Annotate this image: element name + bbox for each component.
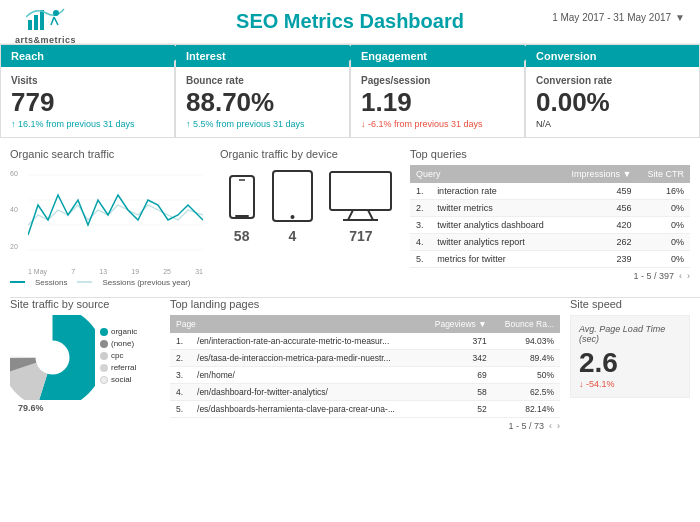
table-row: 4. /en/dashboard-for-twitter-analytics/ … xyxy=(170,383,560,400)
bounce-rate-value: 88.70% xyxy=(186,88,339,117)
organic-traffic-chart xyxy=(28,165,203,255)
row-num: 2. xyxy=(170,349,191,366)
prev-sessions-legend-line xyxy=(77,281,92,283)
ctr-val: 0% xyxy=(637,250,690,267)
desktop-icon xyxy=(328,170,393,225)
query-text: twitter metrics xyxy=(431,199,559,216)
legend-none: (none) xyxy=(100,339,137,348)
table-row: 2. twitter metrics 456 0% xyxy=(410,199,690,216)
conversion-rate-change: N/A xyxy=(536,119,689,129)
visits-value: 779 xyxy=(11,88,164,117)
interest-label: Interest xyxy=(186,50,226,62)
bounce-val: 94.03% xyxy=(493,333,560,350)
cpc-dot xyxy=(100,352,108,360)
ctr-val: 0% xyxy=(637,199,690,216)
organic-pct: 79.6% xyxy=(10,403,160,413)
metric-body-reach: Visits 779 ↑ 16.1% from previous 31 days xyxy=(1,67,174,137)
sessions-legend-label: Sessions xyxy=(35,278,67,287)
metric-header-reach: Reach xyxy=(1,45,174,67)
pages-session-change: ↓ -6.1% from previous 31 days xyxy=(361,119,514,129)
date-range-dropdown-icon[interactable]: ▼ xyxy=(675,12,685,23)
table-row: 5. metrics for twitter 239 0% xyxy=(410,250,690,267)
page-url: /es/tasa-de-interaccion-metrica-para-med… xyxy=(191,349,422,366)
dashboard-title: SEO Metrics Dashboard xyxy=(236,10,464,33)
site-speed-box: Avg. Page Load Time (sec) 2.6 ↓ -54.1% xyxy=(570,315,690,398)
visits-label: Visits xyxy=(11,75,164,86)
metric-card-engagement: Engagement Pages/session 1.19 ↓ -6.1% fr… xyxy=(350,44,525,138)
query-text: twitter analytics dashboard xyxy=(431,216,559,233)
row-num: 5. xyxy=(410,250,431,267)
query-text: twitter analytics report xyxy=(431,233,559,250)
site-speed-section: Site speed Avg. Page Load Time (sec) 2.6… xyxy=(570,298,690,431)
landing-pages-section: Top landing pages Page Pageviews ▼ Bounc… xyxy=(170,298,560,431)
y-axis-labels: 60 40 20 xyxy=(10,170,18,250)
queries-title: Top queries xyxy=(410,148,690,160)
queries-prev-arrow[interactable]: ‹ xyxy=(679,271,682,281)
row-num: 1. xyxy=(170,333,191,350)
legend-social: social xyxy=(100,375,137,384)
organic-traffic-title: Organic search traffic xyxy=(10,148,210,160)
mobile-icon xyxy=(227,175,257,225)
pageviews-col-header[interactable]: Pageviews ▼ xyxy=(422,315,492,333)
reach-arrow xyxy=(174,45,184,61)
tablet-icon xyxy=(270,170,315,225)
page-url: /en/interaction-rate-an-accurate-metric-… xyxy=(191,333,422,350)
date-range[interactable]: 1 May 2017 - 31 May 2017 ▼ xyxy=(552,12,685,23)
legend-cpc: cpc xyxy=(100,351,137,360)
page-header: arts&metrics SEO Metrics Dashboard 1 May… xyxy=(0,0,700,44)
logo: arts&metrics xyxy=(15,5,76,45)
prev-sessions-legend-label: Sessions (previous year) xyxy=(102,278,190,287)
landing-prev-arrow[interactable]: ‹ xyxy=(549,421,552,431)
social-dot xyxy=(100,376,108,384)
svg-rect-0 xyxy=(28,20,32,30)
bounce-val: 62.5% xyxy=(493,383,560,400)
queries-pagination: 1 - 5 / 397 ‹ › xyxy=(410,271,690,281)
bounce-val: 50% xyxy=(493,366,560,383)
table-row: 3. /en/home/ 69 50% xyxy=(170,366,560,383)
none-legend-label: (none) xyxy=(111,339,134,348)
landing-next-arrow[interactable]: › xyxy=(557,421,560,431)
svg-rect-13 xyxy=(273,171,312,221)
logo-icon xyxy=(26,5,66,35)
query-col-header: Query xyxy=(410,165,560,183)
metric-header-conversion: Conversion xyxy=(526,45,699,67)
speed-metric-label: Avg. Page Load Time (sec) xyxy=(579,324,681,344)
row-num: 3. xyxy=(170,366,191,383)
none-dot xyxy=(100,340,108,348)
pageviews-val: 69 xyxy=(422,366,492,383)
landing-page-info: 1 - 5 / 73 xyxy=(508,421,544,431)
pie-container: organic (none) cpc referral social xyxy=(10,315,160,400)
sessions-legend-line xyxy=(10,281,25,283)
row-num: 2. xyxy=(410,199,431,216)
device-title: Organic traffic by device xyxy=(220,148,400,160)
landing-title: Top landing pages xyxy=(170,298,560,310)
bounce-val: 89.4% xyxy=(493,349,560,366)
bounce-val: 82.14% xyxy=(493,400,560,417)
reach-label: Reach xyxy=(11,50,44,62)
query-text: metrics for twitter xyxy=(431,250,559,267)
impressions-val: 239 xyxy=(560,250,638,267)
pie-legend: organic (none) cpc referral social xyxy=(100,327,137,387)
query-text: interaction rate xyxy=(431,183,559,200)
site-traffic-title: Site traffic by source xyxy=(10,298,160,310)
ctr-val: 0% xyxy=(637,233,690,250)
svg-line-5 xyxy=(54,17,58,25)
social-legend-label: social xyxy=(111,375,131,384)
referral-dot xyxy=(100,364,108,372)
metric-card-conversion: Conversion Conversion rate 0.00% N/A xyxy=(525,44,700,138)
impressions-col-header[interactable]: Impressions ▼ xyxy=(560,165,638,183)
page-col-header: Page xyxy=(170,315,422,333)
impressions-val: 456 xyxy=(560,199,638,216)
visits-change: ↑ 16.1% from previous 31 days xyxy=(11,119,164,129)
conversion-label: Conversion xyxy=(536,50,597,62)
pages-session-label: Pages/session xyxy=(361,75,514,86)
ctr-col-header: Site CTR xyxy=(637,165,690,183)
pie-chart xyxy=(10,315,95,400)
queries-next-arrow[interactable]: › xyxy=(687,271,690,281)
impressions-val: 420 xyxy=(560,216,638,233)
conversion-rate-value: 0.00% xyxy=(536,88,689,117)
queries-section: Top queries Query Impressions ▼ Site CTR… xyxy=(410,148,690,287)
svg-rect-15 xyxy=(330,172,391,210)
svg-rect-1 xyxy=(34,15,38,30)
organic-dot xyxy=(100,328,108,336)
